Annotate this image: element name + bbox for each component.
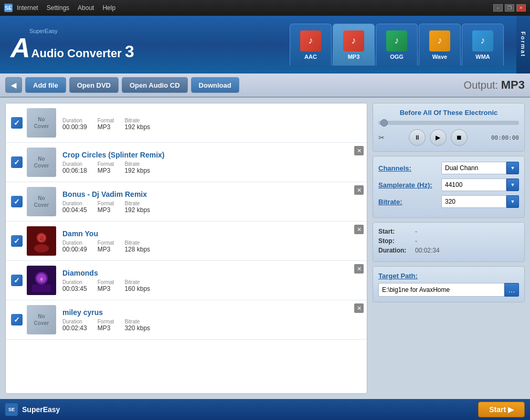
- duration-label: Duration: [62, 118, 87, 123]
- file-checkbox-3[interactable]: [11, 196, 23, 207]
- menu-internet[interactable]: Internet: [17, 4, 38, 12]
- duration-label: Duration: [62, 319, 87, 324]
- restore-button[interactable]: ❐: [505, 4, 514, 12]
- remove-button-3[interactable]: ✕: [354, 185, 364, 195]
- start-value: -: [415, 228, 417, 235]
- duration-value-1: 00:00:39: [62, 123, 87, 131]
- list-item: ♫ Damn You Duration 00:00:49 Format MP3 …: [6, 222, 367, 261]
- channels-dropdown[interactable]: [506, 162, 519, 174]
- svg-text:♦: ♦: [39, 275, 43, 283]
- tab-ogg-label: OGG: [390, 54, 404, 60]
- status-logo: SE SuperEasy: [5, 403, 60, 416]
- bitrate-dropdown[interactable]: [506, 195, 519, 208]
- scissors-icon[interactable]: ✂: [378, 133, 385, 142]
- file-info-2: Crop Circles (Splinter Remix) Duration 0…: [62, 151, 362, 174]
- back-button[interactable]: ◀: [5, 77, 22, 93]
- bitrate-value-5: 160 kbps: [124, 285, 150, 292]
- tab-wav[interactable]: ♪ Wave: [419, 24, 461, 66]
- file-meta-5: Duration 00:03:45 Format MP3 Bitrate 160…: [62, 279, 362, 292]
- file-checkbox-1[interactable]: [11, 117, 23, 129]
- browse-button[interactable]: …: [504, 283, 519, 297]
- target-path-input[interactable]: [378, 283, 504, 297]
- tab-ogg[interactable]: ♪ OGG: [376, 24, 418, 66]
- duration-row: Duration: 00:02:34: [378, 247, 519, 254]
- tab-mp3-label: MP3: [348, 54, 360, 60]
- stop-row: Stop: -: [378, 237, 519, 245]
- file-checkbox-6[interactable]: [11, 314, 23, 326]
- add-file-button[interactable]: Add file: [25, 77, 66, 93]
- format-label: Format: [98, 319, 114, 324]
- list-item: NoCover Duration 00:00:39 Format MP3 Bit…: [6, 103, 367, 143]
- format-label: Format: [98, 161, 114, 167]
- samplerate-dropdown[interactable]: [506, 178, 519, 191]
- open-audio-cd-button[interactable]: Open Audio CD: [122, 77, 188, 93]
- tab-wma[interactable]: ♪ WMA: [462, 24, 504, 66]
- player-progress-thumb[interactable]: [380, 119, 388, 127]
- remove-button-4[interactable]: ✕: [354, 225, 364, 234]
- open-dvd-button[interactable]: Open DVD: [69, 77, 119, 93]
- file-meta-4: Duration 00:00:49 Format MP3 Bitrate 128…: [62, 240, 362, 253]
- download-button[interactable]: Download: [191, 77, 239, 93]
- menu-about[interactable]: About: [78, 4, 94, 12]
- tab-wav-label: Wave: [432, 54, 447, 60]
- file-title-6: miley cyrus: [62, 308, 362, 317]
- menu-settings[interactable]: Settings: [47, 4, 69, 12]
- logo-supereasy: SuperEasy: [29, 28, 134, 34]
- toolbar: ◀ Add file Open DVD Open Audio CD Downlo…: [0, 74, 530, 98]
- play-button[interactable]: ▶: [430, 129, 447, 146]
- close-button[interactable]: ✕: [516, 4, 526, 12]
- minimize-button[interactable]: −: [493, 4, 503, 12]
- menu-bar: Internet Settings About Help: [17, 4, 489, 12]
- file-meta-3: Duration 00:04:45 Format MP3 Bitrate 192…: [62, 201, 362, 214]
- file-cover-5: ♦: [27, 266, 56, 295]
- target-label[interactable]: Target Path:: [378, 272, 519, 280]
- samplerate-label[interactable]: Samplerate (Hz):: [378, 181, 441, 189]
- format-value-3: MP3: [98, 206, 114, 214]
- pause-button[interactable]: ⏸: [409, 129, 426, 146]
- player-progress[interactable]: [378, 121, 519, 125]
- status-logo-icon: SE: [5, 403, 18, 416]
- target-input-row: …: [378, 283, 519, 297]
- output-format: MP3: [501, 78, 525, 91]
- file-checkbox-5[interactable]: [11, 275, 23, 286]
- remove-button-6[interactable]: ✕: [354, 303, 364, 313]
- file-cover-4: ♫: [27, 226, 56, 256]
- file-title-5: Diamonds: [62, 269, 362, 277]
- main-content: NoCover Duration 00:00:39 Format MP3 Bit…: [0, 98, 530, 399]
- start-button[interactable]: Start ▶: [478, 402, 525, 417]
- tab-aac[interactable]: ♪ AAC: [290, 24, 332, 66]
- stop-button[interactable]: ⏹: [451, 129, 468, 146]
- duration-value-2: 00:06:18: [62, 167, 87, 174]
- file-list: NoCover Duration 00:00:39 Format MP3 Bit…: [5, 103, 367, 394]
- duration-label: Duration: [62, 279, 87, 285]
- list-item: NoCover miley cyrus Duration 00:02:43 Fo…: [6, 300, 367, 340]
- logo-main: A Audio Converter 3: [10, 34, 134, 61]
- time-settings: Start: - Stop: - Duration: 00:02:34: [373, 222, 525, 262]
- tab-wma-label: WMA: [475, 54, 490, 60]
- remove-button-5[interactable]: ✕: [354, 264, 364, 274]
- list-item: ♦ Diamonds Duration 00:03:45 Format MP3: [6, 261, 367, 300]
- file-info-5: Diamonds Duration 00:03:45 Format MP3 Bi…: [62, 269, 362, 292]
- tab-mp3[interactable]: ♪ MP3: [333, 24, 375, 66]
- file-checkbox-2[interactable]: [11, 156, 23, 168]
- start-row: Start: -: [378, 228, 519, 235]
- file-meta-2: Duration 00:06:18 Format MP3 Bitrate 192…: [62, 161, 362, 174]
- remove-button-2[interactable]: ✕: [354, 146, 364, 155]
- bitrate-label: Bitrate: [124, 240, 150, 246]
- file-checkbox-4[interactable]: [11, 235, 23, 247]
- mp3-icon: ♪: [343, 30, 364, 51]
- samplerate-row: Samplerate (Hz): 44100: [378, 178, 519, 191]
- format-value-5: MP3: [98, 285, 114, 292]
- target-panel: Target Path: …: [373, 266, 525, 302]
- menu-help[interactable]: Help: [102, 4, 115, 12]
- bitrate-label: Bitrate: [124, 279, 150, 285]
- format-value-6: MP3: [98, 324, 114, 332]
- duration-value-6: 00:02:43: [62, 324, 87, 332]
- channels-label[interactable]: Channels:: [378, 164, 441, 172]
- settings-panel: Channels: Dual Chann Samplerate (Hz): 44…: [373, 156, 525, 218]
- bitrate-label[interactable]: Bitrate:: [378, 198, 441, 206]
- file-info-3: Bonus - Dj Vadim Remix Duration 00:04:45…: [62, 190, 362, 214]
- bitrate-label: Bitrate: [124, 201, 150, 206]
- svg-rect-9: [32, 285, 51, 292]
- file-title-3: Bonus - Dj Vadim Remix: [62, 190, 362, 198]
